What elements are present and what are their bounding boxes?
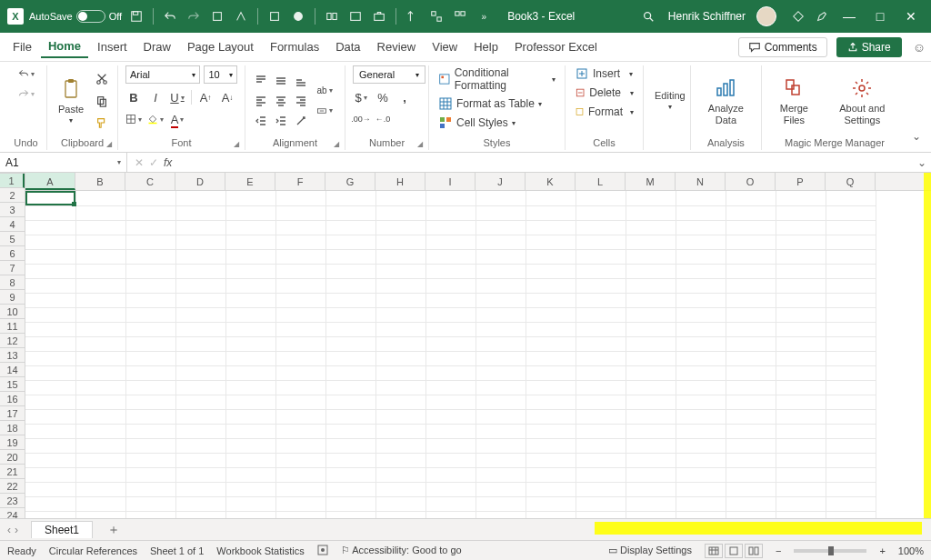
- cell[interactable]: [375, 205, 425, 220]
- cell[interactable]: [626, 438, 676, 453]
- cell[interactable]: [726, 322, 776, 336]
- cell[interactable]: [776, 438, 826, 453]
- comments-button[interactable]: Comments: [738, 37, 827, 57]
- next-sheet-icon[interactable]: ›: [15, 524, 18, 536]
- cell[interactable]: [676, 307, 726, 322]
- search-icon[interactable]: [639, 7, 657, 25]
- cell[interactable]: [375, 482, 425, 496]
- cell[interactable]: [526, 293, 576, 307]
- cell[interactable]: [526, 380, 576, 395]
- align-bottom-icon[interactable]: [293, 73, 309, 89]
- column-header[interactable]: L: [576, 173, 626, 190]
- cell[interactable]: [175, 191, 225, 205]
- cell[interactable]: [125, 249, 175, 264]
- cell[interactable]: [225, 438, 275, 453]
- page-layout-view-icon[interactable]: [725, 544, 743, 558]
- cell[interactable]: [425, 482, 476, 496]
- maximize-button[interactable]: □: [867, 9, 893, 24]
- cell[interactable]: [776, 351, 826, 365]
- cell[interactable]: [25, 264, 75, 278]
- normal-view-icon[interactable]: [705, 544, 723, 558]
- decrease-decimal-icon[interactable]: ←.0: [375, 111, 391, 127]
- undo-button[interactable]: [18, 65, 35, 82]
- cell[interactable]: [275, 307, 325, 322]
- cell[interactable]: [626, 409, 676, 424]
- cell[interactable]: [275, 220, 325, 235]
- row-header[interactable]: 23: [0, 494, 25, 508]
- cell[interactable]: [726, 351, 776, 365]
- cell[interactable]: [425, 191, 476, 205]
- cell[interactable]: [225, 365, 275, 380]
- cell[interactable]: [576, 496, 626, 511]
- number-format-select[interactable]: General▾: [353, 65, 425, 84]
- cell[interactable]: [476, 511, 526, 518]
- cell[interactable]: [826, 264, 876, 278]
- cell[interactable]: [726, 365, 776, 380]
- cell[interactable]: [826, 235, 876, 249]
- cell[interactable]: [175, 336, 225, 351]
- cell[interactable]: [826, 191, 876, 205]
- column-header[interactable]: I: [425, 173, 476, 190]
- row-header[interactable]: 3: [0, 203, 25, 217]
- bold-button[interactable]: B: [125, 89, 142, 105]
- cell[interactable]: [626, 220, 676, 235]
- qat-icon[interactable]: [265, 7, 284, 25]
- prev-sheet-icon[interactable]: ‹: [7, 524, 11, 536]
- menu-view[interactable]: View: [425, 36, 465, 57]
- user-name[interactable]: Henrik Schiffner: [668, 10, 746, 23]
- cell[interactable]: [676, 322, 726, 336]
- cell[interactable]: [225, 278, 275, 293]
- cell[interactable]: [25, 409, 75, 424]
- cell[interactable]: [75, 438, 125, 453]
- cell[interactable]: [275, 264, 325, 278]
- cell[interactable]: [125, 307, 175, 322]
- cell[interactable]: [425, 205, 476, 220]
- cell[interactable]: [225, 351, 275, 365]
- cell[interactable]: [75, 424, 125, 438]
- column-header[interactable]: M: [626, 173, 676, 190]
- cell[interactable]: [275, 336, 325, 351]
- cell[interactable]: [626, 264, 676, 278]
- row-header[interactable]: 18: [0, 421, 25, 435]
- row-header[interactable]: 17: [0, 406, 25, 421]
- cell[interactable]: [125, 395, 175, 409]
- cell[interactable]: [75, 278, 125, 293]
- cell[interactable]: [476, 380, 526, 395]
- status-circular[interactable]: Circular References: [49, 545, 137, 556]
- cell[interactable]: [626, 453, 676, 467]
- cell[interactable]: [25, 293, 75, 307]
- cell[interactable]: [375, 424, 425, 438]
- decrease-font-icon[interactable]: A↓: [219, 89, 235, 105]
- cell[interactable]: [125, 467, 175, 482]
- close-button[interactable]: ✕: [898, 9, 924, 24]
- cell[interactable]: [225, 235, 275, 249]
- cell[interactable]: [325, 365, 375, 380]
- cell[interactable]: [125, 351, 175, 365]
- row-header[interactable]: 2: [0, 188, 25, 203]
- cell[interactable]: [726, 293, 776, 307]
- cell[interactable]: [425, 278, 476, 293]
- cell[interactable]: [576, 278, 626, 293]
- row-header[interactable]: 20: [0, 450, 25, 465]
- row-header[interactable]: 7: [0, 261, 25, 275]
- cell[interactable]: [25, 191, 75, 205]
- cell[interactable]: [25, 220, 75, 235]
- cell[interactable]: [526, 453, 576, 467]
- qat-icon[interactable]: [232, 7, 250, 25]
- analyze-data-button[interactable]: Analyze Data: [698, 74, 754, 126]
- cell[interactable]: [175, 453, 225, 467]
- cell[interactable]: [576, 293, 626, 307]
- cell[interactable]: [476, 351, 526, 365]
- cell[interactable]: [125, 424, 175, 438]
- qat-icon[interactable]: [451, 7, 469, 25]
- cell[interactable]: [726, 264, 776, 278]
- cell[interactable]: [526, 482, 576, 496]
- column-header[interactable]: J: [476, 173, 526, 190]
- cell[interactable]: [576, 264, 626, 278]
- menu-page-layout[interactable]: Page Layout: [180, 36, 261, 57]
- cell[interactable]: [425, 453, 476, 467]
- cell[interactable]: [626, 380, 676, 395]
- cell[interactable]: [325, 438, 375, 453]
- cell[interactable]: [125, 496, 175, 511]
- cell[interactable]: [676, 293, 726, 307]
